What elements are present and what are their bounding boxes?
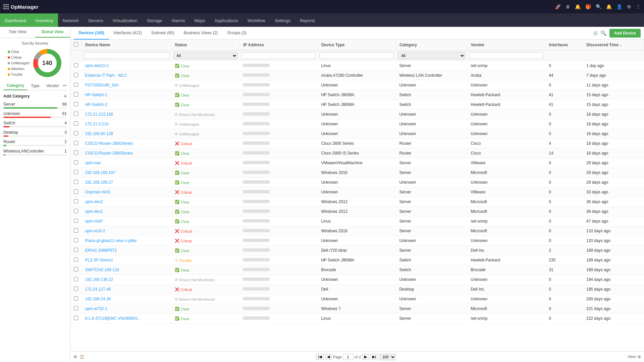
- table-row[interactable]: PLZ-3F-Green1 ⚠ Trouble HP Switch J8698A…: [70, 255, 644, 265]
- row-checkbox-cell[interactable]: [70, 168, 82, 178]
- table-row[interactable]: 172.21.213.156 ⊘ Device Not Monitored. U…: [70, 110, 644, 119]
- row-checkbox-cell[interactable]: [70, 255, 82, 265]
- add-device-button[interactable]: Add Device: [609, 29, 641, 38]
- row-checkbox-cell[interactable]: [70, 158, 82, 168]
- search-icon[interactable]: 🔍: [596, 4, 601, 9]
- header-ip-address[interactable]: IP Address: [239, 40, 318, 51]
- row-device-name[interactable]: opm-nas: [82, 158, 171, 168]
- row-checkbox[interactable]: [74, 306, 78, 310]
- table-row[interactable]: 8.1.8-37119[EMC VNX8000V... ✅ Clear Linu…: [70, 314, 644, 323]
- tab-devices[interactable]: Devices (140): [74, 27, 109, 40]
- row-checkbox[interactable]: [74, 131, 78, 135]
- table-row[interactable]: 192.168.24.36 ⊘ Device Not Monitored. Un…: [70, 294, 644, 304]
- nav-storage[interactable]: Storage: [142, 13, 167, 27]
- nav-servers[interactable]: Servers: [84, 13, 108, 27]
- tree-view-tab[interactable]: Tree View: [0, 27, 35, 38]
- table-row[interactable]: opm-deb10-1 ✅ Clear Linux Server net-snm…: [70, 61, 644, 71]
- tab-subnets[interactable]: Subnets (60): [147, 27, 179, 40]
- table-row[interactable]: 192.168.100.27 ✅ Clear Unknown Unknown U…: [70, 178, 644, 187]
- row-checkbox[interactable]: [74, 82, 78, 87]
- row-checkbox-cell[interactable]: [70, 226, 82, 236]
- header-category[interactable]: Category: [396, 40, 467, 51]
- row-checkbox-cell[interactable]: [70, 100, 82, 110]
- filter-vendor[interactable]: [467, 51, 545, 61]
- row-checkbox[interactable]: [74, 296, 78, 301]
- row-checkbox-cell[interactable]: [70, 217, 82, 226]
- header-interfaces[interactable]: Interfaces: [545, 40, 583, 51]
- row-device-name[interactable]: iDRAC-D9MP8T2: [82, 246, 171, 255]
- category-item[interactable]: Desktop 3: [3, 129, 67, 138]
- row-checkbox[interactable]: [74, 160, 78, 165]
- row-device-name[interactable]: opm-w732-1: [82, 304, 171, 314]
- nav-workflow[interactable]: Workflow: [243, 13, 270, 27]
- filter-status-select[interactable]: All Clear Critical UnManaged Trouble: [173, 52, 238, 59]
- table-row[interactable]: 172.24.127.46 ❌ Critical Dell Desktop De…: [70, 285, 644, 294]
- table-row[interactable]: Oopman-NAS ❌ Critical Unknown Server VMw…: [70, 187, 644, 197]
- nav-network[interactable]: Network: [58, 13, 84, 27]
- person-icon[interactable]: 👤: [616, 4, 622, 9]
- row-checkbox-cell[interactable]: [70, 90, 82, 100]
- row-checkbox-cell[interactable]: [70, 275, 82, 285]
- row-device-name[interactable]: FGT100D186_Sim: [82, 80, 171, 90]
- row-checkbox[interactable]: [74, 92, 78, 97]
- row-checkbox[interactable]: [74, 267, 78, 272]
- row-device-name[interactable]: 172.24.127.46: [82, 285, 171, 294]
- row-device-name[interactable]: opm-deb10-1: [82, 61, 171, 71]
- row-checkbox[interactable]: [74, 219, 78, 223]
- monitor-icon[interactable]: 🖥: [566, 4, 570, 9]
- table-row[interactable]: opm-dev2 ✅ Clear Windows 2012 Server Mic…: [70, 197, 644, 207]
- filter-device-name-input[interactable]: [84, 52, 169, 59]
- filter-tab-more[interactable]: •••: [62, 83, 67, 88]
- table-row[interactable]: HP-Switch-1 ✅ Clear HP Switch J8698A Swi…: [70, 90, 644, 100]
- row-device-name[interactable]: 172.21.0.210: [82, 119, 171, 129]
- filter-tab-type[interactable]: Type: [28, 82, 43, 90]
- tab-interfaces[interactable]: Interfaces (412): [109, 27, 147, 40]
- table-view-icon[interactable]: ⊞: [74, 355, 77, 359]
- row-device-name[interactable]: opm-w16-2: [82, 226, 171, 236]
- filter-status[interactable]: All Clear Critical UnManaged Trouble: [171, 51, 240, 61]
- row-checkbox[interactable]: [74, 150, 78, 155]
- row-checkbox[interactable]: [74, 102, 78, 106]
- row-checkbox[interactable]: [74, 209, 78, 213]
- header-device-name[interactable]: Device Name: [82, 40, 171, 51]
- row-device-name[interactable]: PLZ-3F-Green1: [82, 255, 171, 265]
- search-table-icon[interactable]: 🔍: [600, 30, 607, 36]
- row-device-name[interactable]: HP-Switch-1: [82, 90, 171, 100]
- table-row[interactable]: opm-w16-2 ❌ Critical Windows 2016 Server…: [70, 226, 644, 236]
- table-row[interactable]: iDRAC-D9MP8T2 ✅ Clear Dell r720 idrac Se…: [70, 246, 644, 255]
- row-checkbox-cell[interactable]: [70, 197, 82, 207]
- row-checkbox-cell[interactable]: [70, 187, 82, 197]
- row-device-name[interactable]: CISCO-Router-2900Series: [82, 148, 171, 158]
- header-vendor[interactable]: Vendor: [467, 40, 545, 51]
- gift-icon[interactable]: 🎁: [585, 4, 591, 9]
- filter-vendor-input[interactable]: [469, 52, 543, 59]
- row-device-name[interactable]: Plaza-gf-gbxa11-near-c-pillar: [82, 236, 171, 246]
- row-checkbox-cell[interactable]: [70, 265, 82, 275]
- nav-inventory[interactable]: Inventory: [31, 13, 58, 27]
- row-checkbox-cell[interactable]: [70, 178, 82, 187]
- row-checkbox-cell[interactable]: [70, 314, 82, 323]
- nav-alarms[interactable]: Alarms: [167, 13, 190, 27]
- row-checkbox[interactable]: [74, 277, 78, 281]
- header-device-type[interactable]: Device Type: [318, 40, 396, 51]
- nav-maps[interactable]: Maps: [190, 13, 210, 27]
- row-checkbox[interactable]: [74, 199, 78, 203]
- export-icon[interactable]: 📋: [79, 355, 84, 359]
- row-device-name[interactable]: 192.168.24.36: [82, 294, 171, 304]
- table-row[interactable]: 192.168.100.197 ✅ Clear Windows 2016 Ser…: [70, 168, 644, 178]
- table-row[interactable]: opm-dev1 ✅ Clear Windows 2012 Server Mic…: [70, 207, 644, 217]
- add-category-button[interactable]: +: [64, 93, 67, 99]
- row-checkbox[interactable]: [74, 180, 78, 184]
- row-checkbox-cell[interactable]: [70, 110, 82, 119]
- row-checkbox[interactable]: [74, 121, 78, 126]
- category-item[interactable]: Server 69: [3, 101, 67, 110]
- tab-business-views[interactable]: Business Views (2): [179, 27, 222, 40]
- next-page-button[interactable]: ▶: [362, 354, 369, 360]
- filter-category-select[interactable]: All Server Unknown Switch Router: [398, 52, 465, 59]
- row-device-name[interactable]: 192.168.100.197: [82, 168, 171, 178]
- row-checkbox-cell[interactable]: [70, 304, 82, 314]
- nav-reports[interactable]: Reports: [295, 13, 320, 27]
- select-all-checkbox[interactable]: [74, 42, 78, 47]
- first-page-button[interactable]: |◀: [316, 354, 324, 360]
- page-number-input[interactable]: [343, 354, 353, 360]
